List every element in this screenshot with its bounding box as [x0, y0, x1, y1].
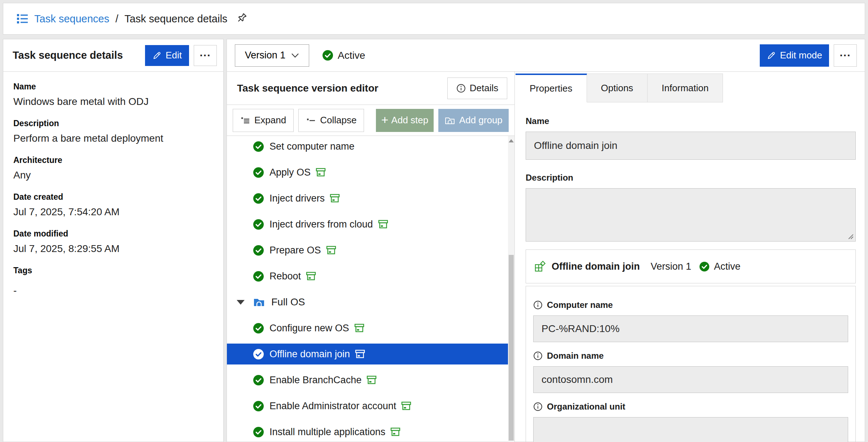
expand-button[interactable]: Expand	[233, 109, 294, 132]
expand-button-label: Expand	[254, 115, 286, 126]
step-row[interactable]: Prepare OS	[227, 240, 514, 261]
step-row[interactable]: Enable Administrator account	[227, 395, 514, 416]
scroll-up-arrow-icon[interactable]	[509, 139, 514, 142]
description-textarea[interactable]	[526, 188, 856, 242]
more-options-button[interactable]: ...	[834, 44, 857, 67]
step-row[interactable]: Full OS	[227, 292, 514, 313]
summary-field: Description Perform a bare metal deploym…	[13, 119, 213, 144]
media-box-icon	[355, 349, 365, 359]
field-label: Date modified	[13, 229, 213, 239]
check-circle-icon	[253, 375, 264, 386]
check-circle-icon	[253, 323, 264, 334]
step-row[interactable]: Configure new OS	[227, 318, 514, 339]
details-button[interactable]: Details	[447, 78, 507, 99]
edit-button-label: Edit	[166, 50, 182, 61]
field-label-row: Computer name	[533, 300, 848, 310]
add-step-button[interactable]: + Add step	[376, 109, 433, 132]
resize-handle-icon[interactable]	[847, 233, 854, 240]
name-input[interactable]: Offline domain join	[526, 132, 856, 160]
step-row[interactable]: Apply OS	[227, 162, 514, 183]
field-value: Perform a bare metal deployment	[13, 133, 213, 144]
step-label: Full OS	[271, 296, 305, 308]
step-property-field: Computer name PC-%RAND:10%	[533, 300, 848, 342]
step-label: Install multiple applications	[269, 426, 385, 438]
edit-button[interactable]: Edit	[145, 45, 189, 66]
selected-step-header: Offline domain join Version 1 Active	[526, 249, 856, 283]
check-circle-icon	[253, 401, 264, 412]
step-row[interactable]: Offline domain join	[227, 344, 514, 364]
pin-icon[interactable]	[235, 12, 248, 25]
editor-toolbar: Expand Collapse + Add step Add group	[227, 105, 514, 136]
field-input[interactable]: PC-%RAND:10%	[533, 315, 848, 342]
summary-field: Date modified Jul 7, 2025, 8:29:55 AM	[13, 229, 213, 255]
detail-tab[interactable]: Information	[648, 74, 723, 102]
field-value: Jul 7, 2025, 7:54:20 AM	[13, 206, 213, 218]
step-row[interactable]: Enable BranchCache	[227, 370, 514, 390]
app-grid-icon	[534, 261, 546, 273]
active-check-icon	[322, 50, 333, 61]
media-box-icon	[354, 323, 365, 333]
step-label: Set computer name	[269, 141, 355, 152]
detail-tab[interactable]: Options	[587, 74, 648, 102]
task-sequence-version-editor: Task sequence version editor Details Exp…	[227, 72, 515, 442]
breadcrumb-separator: /	[115, 13, 118, 25]
info-icon	[456, 84, 466, 93]
pencil-icon	[152, 51, 162, 60]
media-box-icon	[329, 193, 340, 204]
version-dropdown-label: Version 1	[245, 50, 286, 61]
check-circle-icon	[253, 349, 264, 360]
collapse-button[interactable]: Collapse	[298, 109, 364, 132]
step-details-panel: Properties Options Information Name Offl…	[515, 72, 865, 442]
description-label: Description	[526, 173, 856, 183]
version-dropdown[interactable]: Version 1	[235, 44, 309, 67]
check-circle-icon	[253, 245, 264, 256]
step-label: Configure new OS	[269, 323, 349, 334]
add-group-button[interactable]: Add group	[438, 109, 509, 132]
selected-step-title: Offline domain join	[552, 261, 640, 272]
more-options-button[interactable]: ...	[194, 45, 217, 66]
breadcrumb-link-task-sequences[interactable]: Task sequences	[34, 13, 109, 25]
chevron-expanded-icon[interactable]	[237, 300, 245, 305]
media-box-icon	[366, 375, 377, 385]
step-row[interactable]: Install multiple applications	[227, 421, 514, 442]
step-property-field: Organizational unit	[533, 402, 848, 442]
tab-label: Properties	[530, 83, 573, 94]
scrollbar-thumb[interactable]	[509, 255, 514, 441]
step-label: Inject drivers from cloud	[269, 219, 373, 230]
info-icon	[533, 402, 543, 411]
plus-icon: +	[381, 114, 389, 126]
field-input[interactable]: contosomn.com	[533, 366, 848, 393]
field-label: Date created	[13, 192, 213, 202]
summary-field: Architecture Any	[13, 155, 213, 181]
collapse-button-label: Collapse	[320, 115, 356, 126]
field-label: Tags	[13, 266, 213, 275]
detail-tab[interactable]: Properties	[516, 74, 587, 102]
ellipsis-icon: ...	[200, 47, 211, 59]
editor-title: Task sequence version editor	[237, 83, 378, 94]
step-label: Offline domain join	[269, 349, 350, 360]
add-step-button-label: Add step	[391, 115, 429, 126]
field-input-value: PC-%RAND:10%	[542, 323, 619, 335]
field-input[interactable]	[533, 417, 848, 442]
pencil-icon	[767, 51, 776, 60]
tree-scrollbar[interactable]	[508, 136, 514, 442]
field-value: -	[13, 285, 213, 296]
panel-title: Task sequence details	[13, 49, 123, 61]
name-label: Name	[526, 116, 856, 126]
media-box-icon	[401, 401, 412, 411]
step-row[interactable]: Set computer name	[227, 136, 514, 157]
selected-step-status-badge: Active	[699, 261, 741, 272]
step-row[interactable]: Inject drivers from cloud	[227, 214, 514, 235]
task-sequence-details-header: Task sequence details Edit ...	[3, 39, 223, 72]
check-circle-icon	[253, 141, 264, 152]
field-value: Jul 7, 2025, 8:29:55 AM	[13, 243, 213, 255]
add-group-button-label: Add group	[459, 115, 503, 126]
step-label: Enable Administrator account	[269, 401, 396, 412]
step-row[interactable]: Reboot	[227, 266, 514, 287]
check-circle-icon	[253, 167, 264, 178]
step-label: Inject drivers	[269, 193, 325, 204]
edit-mode-button[interactable]: Edit mode	[760, 44, 829, 67]
step-row[interactable]: Inject drivers	[227, 188, 514, 209]
page-title: Task sequence details	[124, 13, 227, 25]
version-bar: Version 1 Active Edit mode ...	[227, 39, 865, 72]
